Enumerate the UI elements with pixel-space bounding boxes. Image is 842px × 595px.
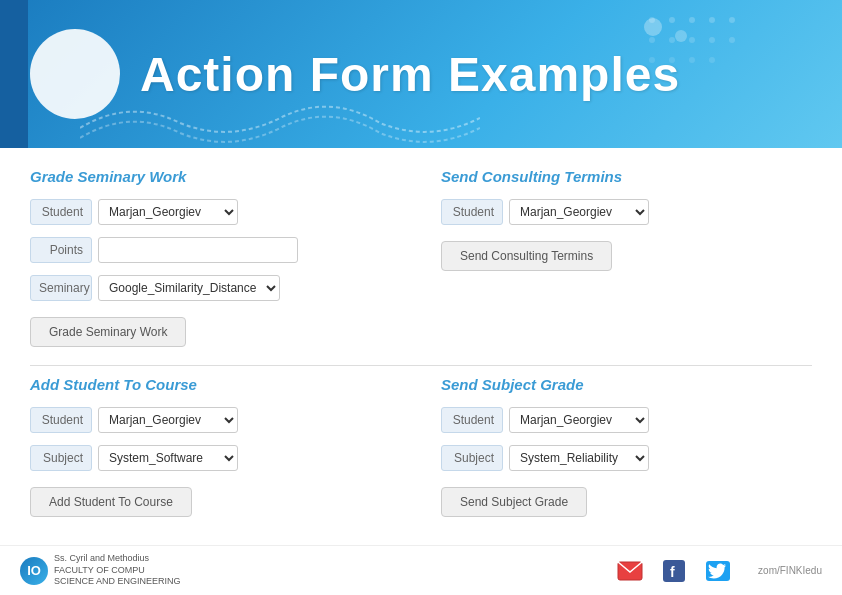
footer-logo-text: IO [27,563,41,578]
email-icon[interactable] [616,560,644,582]
add-student-panel: Add Student To Course Student Marjan_Geo… [30,376,401,517]
forms-divider [30,365,812,366]
facebook-icon[interactable]: f [660,560,688,582]
top-forms-row: Grade Seminary Work Student Marjan_Georg… [30,168,812,347]
footer-university-text: Ss. Cyril and Methodius FACULTY OF COMPU… [54,553,181,588]
send-consulting-title: Send Consulting Termins [441,168,812,185]
add-student-subject-row: Subject System_Software [30,445,401,471]
svg-point-4 [729,17,735,23]
send-subject-student-row: Student Marjan_Georgiev [441,407,812,433]
add-student-subject-select[interactable]: System_Software [98,445,238,471]
send-subject-subject-row: Subject System_Reliability [441,445,812,471]
main-content: Grade Seminary Work Student Marjan_Georg… [0,148,842,543]
header-blue-bar [0,0,28,148]
add-student-button[interactable]: Add Student To Course [30,487,192,517]
svg-point-3 [709,17,715,23]
footer-site: zom/FINKIedu [758,565,822,576]
add-student-subject-label: Subject [30,445,92,471]
grade-seminary-button[interactable]: Grade Seminary Work [30,317,186,347]
twitter-icon[interactable] [704,560,732,582]
grade-seminary-seminary-label: Seminary [30,275,92,301]
add-student-student-label: Student [30,407,92,433]
grade-seminary-student-select[interactable]: Marjan_Georgiev [98,199,238,225]
send-subject-student-label: Student [441,407,503,433]
grade-seminary-points-label: Points [30,237,92,263]
send-subject-subject-select[interactable]: System_Reliability [509,445,649,471]
grade-seminary-seminary-row: Seminary Google_Similarity_Distance [30,275,401,301]
footer-faculty-line1: FACULTY OF COMPU [54,565,181,577]
grade-seminary-seminary-select[interactable]: Google_Similarity_Distance [98,275,280,301]
svg-point-6 [669,37,675,43]
footer-faculty-line2: SCIENCE AND ENGINEERING [54,576,181,588]
send-consulting-button[interactable]: Send Consulting Termins [441,241,612,271]
send-subject-student-select[interactable]: Marjan_Georgiev [509,407,649,433]
svg-point-1 [669,17,675,23]
add-student-student-row: Student Marjan_Georgiev [30,407,401,433]
grade-seminary-points-input[interactable] [98,237,298,263]
svg-point-5 [649,37,655,43]
svg-point-13 [709,57,715,63]
footer-logo: IO Ss. Cyril and Methodius FACULTY OF CO… [20,553,181,588]
send-consulting-panel: Send Consulting Termins Student Marjan_G… [441,168,812,347]
footer-icons: f zom/FINKIedu [616,560,822,582]
footer-university-name: Ss. Cyril and Methodius [54,553,181,565]
footer-logo-circle: IO [20,557,48,585]
grade-seminary-title: Grade Seminary Work [30,168,401,185]
footer: IO Ss. Cyril and Methodius FACULTY OF CO… [0,545,842,595]
add-student-student-select[interactable]: Marjan_Georgiev [98,407,238,433]
add-student-title: Add Student To Course [30,376,401,393]
svg-text:f: f [670,564,675,580]
svg-point-8 [709,37,715,43]
send-subject-grade-button[interactable]: Send Subject Grade [441,487,587,517]
bottom-forms-row: Add Student To Course Student Marjan_Geo… [30,376,812,517]
send-subject-subject-label: Subject [441,445,503,471]
send-consulting-student-label: Student [441,199,503,225]
grade-seminary-panel: Grade Seminary Work Student Marjan_Georg… [30,168,401,347]
svg-point-9 [729,37,735,43]
header: Action Form Examples [0,0,842,148]
grade-seminary-student-label: Student [30,199,92,225]
send-subject-grade-title: Send Subject Grade [441,376,812,393]
send-consulting-student-row: Student Marjan_Georgiev [441,199,812,225]
header-logo-circle [30,29,120,119]
deco-circle-1 [644,18,662,36]
deco-circle-2 [675,30,687,42]
page-title: Action Form Examples [140,47,680,102]
grade-seminary-points-row: Points [30,237,401,263]
svg-point-7 [689,37,695,43]
send-consulting-student-select[interactable]: Marjan_Georgiev [509,199,649,225]
send-consulting-button-row: Send Consulting Termins [441,237,812,271]
svg-point-2 [689,17,695,23]
grade-seminary-student-row: Student Marjan_Georgiev [30,199,401,225]
svg-point-12 [689,57,695,63]
send-subject-grade-panel: Send Subject Grade Student Marjan_Georgi… [441,376,812,517]
